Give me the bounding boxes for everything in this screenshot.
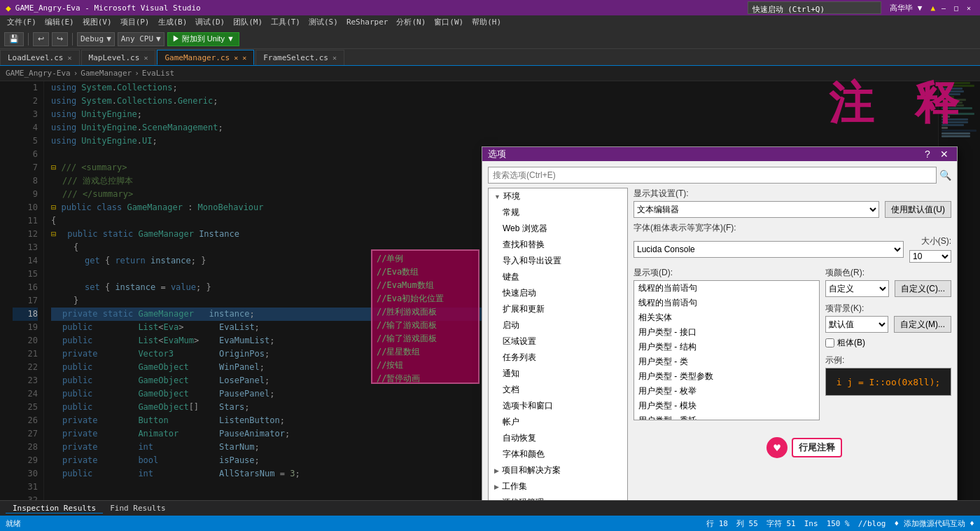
item-bg-select[interactable]: 默认值 [825, 316, 888, 333]
search-icon: 🔍 [939, 170, 951, 181]
dialog-body: 🔍 ▼环境 常规 Web 浏览器 查找和替换 导入和导出设置 键盘 快速启动 [482, 161, 957, 500]
menu-item[interactable]: 视图(V) [78, 15, 116, 29]
tree-item-find[interactable]: 查找和替换 [489, 237, 627, 253]
menu-item[interactable]: 工具(T) [267, 15, 304, 29]
toolbar-save[interactable]: 💾 [4, 32, 24, 46]
tree-item-proj[interactable]: ▶项目和解决方案 [489, 462, 627, 478]
menu-item[interactable]: 团队(M) [229, 15, 267, 29]
panel-tab-find[interactable]: Find Results [103, 504, 172, 513]
bold-row: 粗体(B) [825, 337, 951, 349]
status-add: ♦ 添加微源代码互动 ♦ [895, 518, 975, 529]
tab-frameselect[interactable]: FrameSelect.cs ✕ [255, 50, 344, 65]
tree-item-docs[interactable]: 文档 [489, 382, 627, 398]
menu-item[interactable]: 项目(P) [116, 15, 154, 29]
color-item[interactable]: 用户类型 - 类 [634, 354, 819, 369]
dialog-tree[interactable]: ▼环境 常规 Web 浏览器 查找和替换 导入和导出设置 键盘 快速启动 扩展和… [488, 188, 628, 500]
menu-item[interactable]: ReSharper [342, 15, 393, 29]
tree-item-account[interactable]: 帐户 [489, 414, 627, 430]
arrow-annotation: ♥ 行尾注释 [766, 437, 842, 458]
status-left: 就绪 [6, 518, 21, 529]
close-button[interactable]: ✕ [963, 2, 974, 13]
color-item[interactable]: 线程的当前语句 [634, 296, 819, 310]
tree-item-env[interactable]: ▼环境 [489, 188, 627, 205]
tab-maplevel[interactable]: MapLevel.cs ✕ [81, 50, 156, 65]
bg-label: 项背景(K): [825, 303, 951, 315]
tab-loadlevel[interactable]: LoadLevel.cs ✕ [0, 50, 80, 65]
tab-maplevel-close[interactable]: ✕ [144, 54, 148, 62]
tree-item-quickstart[interactable]: 快速启动 [489, 285, 627, 301]
bold-checkbox[interactable] [825, 338, 834, 347]
tree-item-web[interactable]: Web 浏览器 [489, 221, 627, 237]
tree-item-workset[interactable]: ▶工作集 [489, 478, 627, 495]
menu-item[interactable]: 调试(D) [191, 15, 229, 29]
tab-frameselect-close[interactable]: ✕ [332, 54, 337, 62]
menu-item[interactable]: 帮助(H) [468, 15, 505, 29]
dialog-close-button[interactable]: ✕ [937, 147, 951, 161]
display-label: 显示其设置(T): [634, 188, 951, 200]
color-item[interactable]: 用户类型 - 委托 [634, 413, 819, 420]
dialog-title: 选项 [488, 148, 506, 160]
color-item[interactable]: 用户类型 - 枚举 [634, 384, 819, 399]
menu-bar: 文件(F)编辑(E)视图(V)项目(P)生成(B)调试(D)团队(M)工具(T)… [0, 15, 980, 29]
tab-loadlevel-close[interactable]: ✕ [67, 54, 71, 62]
tab-maplevel-label: MapLevel.cs [89, 53, 140, 62]
item-color-select[interactable]: 自定义 [825, 280, 889, 297]
color-item[interactable]: 用户类型 - 结构 [634, 340, 819, 354]
tree-item-autorestore[interactable]: 自动恢复 [489, 430, 627, 446]
title-bar: ◆ GAME_Angry-Eva - Microsoft Visual Stud… [0, 0, 980, 15]
use-default-button[interactable]: 使用默认值(U) [885, 201, 951, 218]
menu-item[interactable]: 生成(B) [154, 15, 192, 29]
dialog-search-row: 🔍 [488, 167, 951, 184]
tree-item-startup[interactable]: 启动 [489, 317, 627, 333]
color-item[interactable]: 相关实体 [634, 310, 819, 325]
color-item[interactable]: 线程的当前语句 [634, 281, 819, 296]
items-label: 显示项(D): [634, 267, 820, 279]
dialog-search-input[interactable] [488, 167, 937, 184]
fast-start-box[interactable]: 快速启动 (Ctrl+Q) [748, 1, 882, 14]
custom-color-button[interactable]: 自定义(C)... [895, 280, 951, 297]
tree-item-tabs[interactable]: 选项卡和窗口 [489, 398, 627, 414]
tree-item-common[interactable]: 常规 [489, 205, 627, 221]
toolbar-redo[interactable]: ↪ [52, 32, 68, 46]
toolbar: 💾 ↩ ↪ Debug▼ Any CPU▼ ▶ 附加到 Unity ▼ [0, 29, 980, 49]
tree-item-ext[interactable]: 扩展和更新 [489, 301, 627, 317]
tab-gamemanager-label: GameManager.cs [164, 53, 230, 62]
menu-item[interactable]: 编辑(E) [41, 15, 78, 29]
tree-item-fontcolor[interactable]: 字体和颜色 [489, 446, 627, 462]
heart-icon: ♥ [766, 437, 788, 458]
color-item[interactable]: 用户类型 - 类型参数 [634, 369, 819, 384]
menu-item[interactable]: 测试(S) [304, 15, 342, 29]
display-select[interactable]: 文本编辑器 [634, 201, 879, 218]
menu-item[interactable]: 窗口(W) [430, 15, 468, 29]
tab-gamemanager[interactable]: GameManager.cs ✕ ✕ [157, 50, 254, 65]
tree-item-tasklist[interactable]: 任务列表 [489, 350, 627, 366]
color-item-list[interactable]: 线程的当前语句 线程的当前语句 相关实体 用户类型 - 接口 用户类型 - 结构… [634, 280, 820, 420]
color-item[interactable]: 用户类型 - 接口 [634, 325, 819, 340]
font-select[interactable]: Lucida Console [634, 241, 904, 258]
options-dialog[interactable]: 选项 ? ✕ 🔍 ▼环境 常 [482, 146, 958, 500]
dialog-help-button[interactable]: ? [920, 147, 934, 161]
status-line: 行 18 [706, 518, 728, 529]
tree-item-scm[interactable]: ▶源代码管理 [489, 495, 627, 500]
debug-dropdown[interactable]: Debug▼ [77, 32, 115, 46]
color-item[interactable]: 用户类型 - 模块 [634, 399, 819, 413]
dialog-content: ▼环境 常规 Web 浏览器 查找和替换 导入和导出设置 键盘 快速启动 扩展和… [488, 188, 951, 500]
menu-item[interactable]: 文件(F) [3, 15, 41, 29]
tree-item-notify[interactable]: 通知 [489, 366, 627, 382]
preview-text: i j = I::oo(0x8ll); [836, 377, 941, 387]
cpu-dropdown[interactable]: Any CPU▼ [118, 32, 164, 46]
preview-label: 示例: [825, 354, 951, 366]
tree-item-import[interactable]: 导入和导出设置 [489, 253, 627, 269]
tree-item-locale[interactable]: 区域设置 [489, 333, 627, 350]
tree-item-keys[interactable]: 键盘 [489, 269, 627, 285]
maximize-button[interactable]: □ [951, 2, 962, 13]
items-section: 显示项(D): 线程的当前语句 线程的当前语句 相关实体 用户类型 - 接口 用… [634, 267, 820, 420]
attach-unity-button[interactable]: ▶ 附加到 Unity ▼ [167, 32, 239, 46]
size-select[interactable]: 10 [909, 250, 951, 263]
zoom-level: 150 % [827, 519, 850, 528]
minimize-button[interactable]: — [938, 2, 949, 13]
custom-m-button[interactable]: 自定义(M)... [894, 316, 951, 333]
menu-item[interactable]: 分析(N) [392, 15, 430, 29]
panel-tab-inspection[interactable]: Inspection Results [6, 504, 103, 513]
toolbar-undo[interactable]: ↩ [33, 32, 49, 46]
